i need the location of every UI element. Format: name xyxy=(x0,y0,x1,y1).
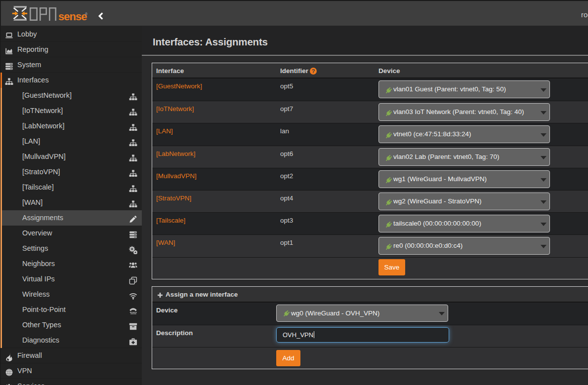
svg-text:sense: sense xyxy=(58,10,87,22)
svg-text:®: ® xyxy=(85,12,88,16)
